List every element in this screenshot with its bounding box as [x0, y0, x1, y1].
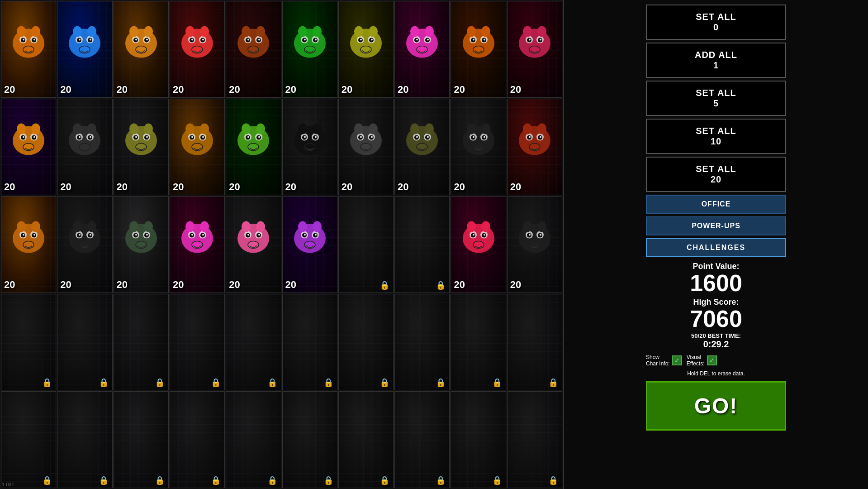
- char-cell-49[interactable]: 🔒: [451, 391, 506, 488]
- svg-point-23: [89, 28, 95, 35]
- char-cell-38[interactable]: 🔒: [394, 294, 450, 391]
- char-cell-9[interactable]: 20: [451, 1, 506, 98]
- char-cell-2[interactable]: 20: [57, 1, 112, 98]
- char-cell-47[interactable]: 🔒: [338, 391, 394, 488]
- char-level-1: 20: [4, 84, 15, 96]
- svg-point-222: [484, 136, 485, 138]
- char-cell-31[interactable]: 🔒: [1, 294, 56, 391]
- char-cell-8[interactable]: 20: [394, 1, 450, 98]
- svg-point-209: [416, 136, 418, 138]
- best-time-value: 0:29.2: [646, 339, 786, 350]
- char-level-25: 20: [229, 279, 240, 291]
- svg-point-101: [473, 38, 474, 40]
- char-cell-26[interactable]: 20: [282, 196, 337, 293]
- svg-point-263: [89, 223, 95, 230]
- svg-point-286: [187, 223, 193, 230]
- char-cell-10[interactable]: 20: [507, 1, 562, 98]
- char-cell-15[interactable]: 20: [226, 99, 281, 196]
- char-cell-28[interactable]: 🔒: [394, 196, 450, 293]
- char-cell-13[interactable]: 20: [114, 99, 169, 196]
- char-cell-5[interactable]: 20: [226, 1, 281, 98]
- char-cell-7[interactable]: 20: [338, 1, 394, 98]
- svg-point-234: [540, 136, 541, 138]
- char-cell-36[interactable]: 🔒: [282, 294, 337, 391]
- svg-point-10: [19, 28, 24, 35]
- char-cell-12[interactable]: 20: [57, 99, 112, 196]
- set-all-20-button[interactable]: SET ALL20: [646, 157, 786, 192]
- char-cell-14[interactable]: 20: [170, 99, 225, 196]
- char-cell-20[interactable]: 20: [507, 99, 562, 196]
- char-cell-18[interactable]: 20: [394, 99, 450, 196]
- char-cell-16[interactable]: 20: [282, 99, 337, 196]
- char-cell-17[interactable]: 20: [338, 99, 394, 196]
- char-cell-43[interactable]: 🔒: [114, 391, 169, 488]
- char-cell-22[interactable]: 20: [57, 196, 112, 293]
- svg-point-46: [187, 28, 193, 35]
- char-cell-37[interactable]: 🔒: [338, 294, 394, 391]
- char-cell-4[interactable]: 20: [170, 1, 225, 98]
- svg-point-293: [247, 234, 249, 236]
- char-cell-46[interactable]: 🔒: [282, 391, 337, 488]
- char-cell-11[interactable]: 20: [1, 99, 56, 196]
- svg-point-210: [427, 136, 429, 138]
- svg-point-118: [525, 28, 530, 35]
- set-all-10-button[interactable]: SET ALL10: [646, 119, 786, 154]
- char-cell-24[interactable]: 20: [170, 196, 225, 293]
- char-cell-45[interactable]: 🔒: [226, 391, 281, 488]
- char-cell-6[interactable]: 20: [282, 1, 337, 98]
- char-cell-39[interactable]: 🔒: [451, 294, 506, 391]
- char-level-7: 20: [342, 84, 352, 96]
- show-char-info-checkbox[interactable]: ✓: [672, 355, 682, 365]
- show-char-info-label: ShowChar Info:: [646, 354, 670, 367]
- char-cell-29[interactable]: 20: [451, 196, 506, 293]
- char-cell-30[interactable]: 20: [507, 196, 562, 293]
- challenges-button[interactable]: CHALLENGES: [646, 238, 786, 257]
- svg-point-11: [33, 28, 38, 35]
- add-all-1-button[interactable]: ADD ALL1: [646, 43, 786, 78]
- visual-effects-checkbox[interactable]: ✓: [707, 355, 717, 365]
- char-cell-1[interactable]: 20: [1, 1, 56, 98]
- lock-icon: 🔒: [379, 280, 389, 290]
- char-cell-44[interactable]: 🔒: [170, 391, 225, 488]
- svg-point-226: [469, 125, 474, 133]
- svg-point-269: [135, 234, 137, 236]
- svg-point-29: [135, 38, 137, 40]
- char-cell-42[interactable]: 🔒: [57, 391, 112, 488]
- char-level-24: 20: [173, 279, 184, 291]
- svg-point-310: [300, 223, 305, 230]
- char-level-29: 20: [454, 279, 465, 291]
- svg-point-162: [202, 136, 204, 138]
- office-button[interactable]: OFFICE: [646, 195, 786, 214]
- char-cell-35[interactable]: 🔒: [226, 294, 281, 391]
- show-char-info-group: ShowChar Info: ✓: [646, 354, 682, 367]
- powerups-button[interactable]: POWER-UPS: [646, 216, 786, 235]
- char-level-20: 20: [510, 181, 521, 193]
- svg-point-90: [427, 38, 429, 40]
- char-cell-23[interactable]: 20: [114, 196, 169, 293]
- char-cell-25[interactable]: 20: [226, 196, 281, 293]
- char-cell-41[interactable]: 🔒: [1, 391, 56, 488]
- char-cell-27[interactable]: 🔒: [338, 196, 394, 293]
- svg-point-114: [540, 38, 541, 40]
- go-button[interactable]: GO!: [646, 381, 786, 431]
- visual-effects-group: VisualEffects: ✓: [687, 354, 717, 367]
- svg-point-150: [146, 136, 148, 138]
- lock-icon: 🔒: [267, 475, 277, 485]
- char-cell-48[interactable]: 🔒: [394, 391, 450, 488]
- sidebar: SET ALL0 ADD ALL1 SET ALL5 SET ALL10 SET…: [563, 0, 868, 489]
- char-cell-40[interactable]: 🔒: [507, 294, 562, 391]
- svg-point-58: [243, 28, 249, 35]
- set-all-5-button[interactable]: SET ALL5: [646, 81, 786, 116]
- set-all-0-button[interactable]: SET ALL0: [646, 5, 786, 40]
- char-cell-33[interactable]: 🔒: [114, 294, 169, 391]
- char-cell-19[interactable]: 20: [451, 99, 506, 196]
- char-cell-21[interactable]: 20: [1, 196, 56, 293]
- char-cell-34[interactable]: 🔒: [170, 294, 225, 391]
- char-cell-3[interactable]: 20: [114, 1, 169, 98]
- char-cell-50[interactable]: 🔒: [507, 391, 562, 488]
- svg-point-250: [19, 223, 24, 230]
- svg-point-166: [187, 125, 193, 133]
- svg-point-258: [90, 234, 91, 236]
- char-level-30: 20: [510, 279, 521, 291]
- char-cell-32[interactable]: 🔒: [57, 294, 112, 391]
